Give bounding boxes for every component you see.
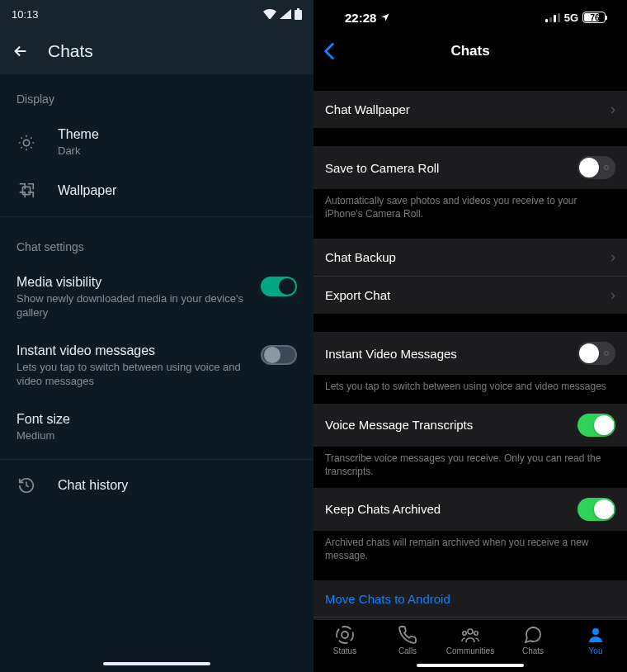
- tab-you-label: You: [589, 646, 603, 655]
- svg-point-8: [342, 632, 348, 638]
- location-icon: [380, 12, 390, 22]
- display-section-label: Display: [0, 74, 314, 116]
- export-chat-label: Export Chat: [325, 288, 390, 302]
- theme-title: Theme: [58, 127, 297, 142]
- svg-point-2: [23, 140, 29, 145]
- svg-point-10: [463, 632, 466, 635]
- instant-video-row[interactable]: Instant video messages Lets you tap to s…: [0, 332, 314, 400]
- media-visibility-title: Media visibility: [16, 275, 249, 290]
- move-android-cell[interactable]: Move Chats to Android: [314, 580, 627, 617]
- chevron-right-icon: ›: [610, 101, 615, 118]
- voice-transcripts-cell[interactable]: Voice Message Transcripts: [314, 404, 627, 447]
- chevron-right-icon: ›: [610, 248, 615, 266]
- chat-history-row[interactable]: Chat history: [0, 465, 314, 506]
- chat-wallpaper-label: Chat Wallpaper: [325, 102, 410, 116]
- svg-rect-1: [297, 8, 299, 10]
- save-camera-label: Save to Camera Roll: [325, 161, 439, 175]
- status-icons: [263, 8, 302, 20]
- font-size-value: Medium: [16, 428, 297, 443]
- theme-icon: [17, 134, 35, 152]
- instant-video-cell[interactable]: Instant Video Messages: [314, 332, 627, 375]
- wifi-icon: [263, 9, 276, 19]
- divider: [0, 459, 314, 460]
- keep-archived-cell[interactable]: Keep Chats Archived: [314, 488, 627, 531]
- tab-calls-label: Calls: [398, 646, 417, 655]
- save-camera-roll-cell[interactable]: Save to Camera Roll: [314, 146, 627, 189]
- media-visibility-row[interactable]: Media visibility Show newly downloaded m…: [0, 263, 314, 332]
- instant-video-toggle[interactable]: [578, 342, 615, 365]
- wallpaper-row[interactable]: Wallpaper: [0, 170, 314, 211]
- chat-wallpaper-cell[interactable]: Chat Wallpaper ›: [314, 91, 627, 128]
- tab-you[interactable]: You: [567, 625, 625, 655]
- chats-icon: [522, 625, 544, 645]
- voice-transcripts-label: Voice Message Transcripts: [325, 418, 473, 432]
- svg-point-11: [474, 632, 478, 635]
- keep-archived-footer: Archived chats will remain archived when…: [314, 531, 627, 562]
- chat-history-title: Chat history: [58, 478, 297, 493]
- communities-icon: [460, 625, 481, 645]
- back-arrow-icon[interactable]: [12, 42, 30, 60]
- ios-status-bar: 22:28 5G 76: [314, 0, 627, 35]
- svg-rect-0: [295, 10, 302, 20]
- android-home-indicator: [103, 662, 210, 665]
- instant-video-footer: Lets you tap to switch between using voi…: [314, 375, 627, 393]
- font-size-title: Font size: [16, 412, 297, 427]
- instant-video-sub: Lets you tap to switch between using voi…: [16, 360, 249, 389]
- media-visibility-toggle[interactable]: [261, 277, 297, 296]
- tab-calls[interactable]: Calls: [379, 625, 436, 655]
- status-time: 10:13: [12, 8, 39, 21]
- instant-video-label: Instant Video Messages: [325, 347, 457, 361]
- svg-rect-6: [554, 15, 556, 22]
- you-icon: [585, 625, 606, 645]
- move-android-label: Move Chats to Android: [325, 592, 450, 606]
- divider: [0, 216, 314, 217]
- theme-row[interactable]: Theme Dark: [0, 116, 314, 170]
- chat-backup-label: Chat Backup: [325, 250, 396, 264]
- svg-point-12: [592, 628, 599, 635]
- export-chat-cell[interactable]: Export Chat ›: [314, 276, 627, 314]
- theme-value: Dark: [58, 144, 297, 159]
- svg-rect-7: [558, 13, 560, 22]
- history-icon: [17, 476, 35, 495]
- keep-archived-toggle[interactable]: [578, 498, 615, 521]
- signal-icon: [280, 9, 291, 19]
- battery-icon: 76: [582, 12, 606, 23]
- tab-status-label: Status: [333, 646, 356, 655]
- ios-nav-bar: Chats: [314, 35, 627, 68]
- page-title: Chats: [48, 41, 93, 61]
- save-camera-footer: Automatically save photos and videos you…: [314, 189, 627, 220]
- ios-home-indicator: [417, 664, 524, 667]
- ios-content: Chat Wallpaper › Save to Camera Roll Aut…: [314, 68, 627, 619]
- chat-settings-label: Chat settings: [0, 222, 314, 263]
- svg-rect-4: [545, 19, 548, 22]
- instant-video-toggle[interactable]: [261, 345, 297, 365]
- voice-transcripts-footer: Transcribe voice messages you receive. O…: [314, 447, 627, 478]
- wallpaper-title: Wallpaper: [58, 183, 297, 198]
- android-screen: 10:13 Chats Display Theme Dark Wallpaper…: [0, 0, 314, 672]
- battery-pct: 76: [584, 13, 606, 22]
- chevron-right-icon: ›: [610, 286, 615, 304]
- save-camera-toggle[interactable]: [578, 156, 615, 179]
- svg-rect-3: [22, 187, 30, 194]
- battery-icon: [295, 8, 302, 20]
- ios-screen: 22:28 5G 76 Chats Chat Wallpaper › Save …: [314, 0, 627, 672]
- wallpaper-icon: [17, 182, 35, 200]
- instant-video-title: Instant video messages: [16, 343, 249, 358]
- tab-chats[interactable]: Chats: [504, 625, 562, 655]
- chat-backup-cell[interactable]: Chat Backup ›: [314, 239, 627, 276]
- network-label: 5G: [564, 12, 578, 24]
- font-size-row[interactable]: Font size Medium: [0, 400, 314, 455]
- keep-archived-label: Keep Chats Archived: [325, 502, 441, 516]
- tab-chats-label: Chats: [522, 646, 544, 655]
- android-status-bar: 10:13: [0, 0, 314, 28]
- tab-communities-label: Communities: [446, 646, 494, 655]
- status-icon: [334, 625, 356, 645]
- calls-icon: [397, 625, 418, 645]
- tab-status[interactable]: Status: [316, 625, 374, 655]
- tab-communities[interactable]: Communities: [441, 625, 499, 655]
- page-title: Chats: [314, 43, 627, 59]
- status-time: 22:28: [345, 11, 376, 25]
- svg-rect-5: [549, 17, 552, 22]
- android-header: Chats: [0, 28, 314, 74]
- voice-transcripts-toggle[interactable]: [578, 414, 615, 437]
